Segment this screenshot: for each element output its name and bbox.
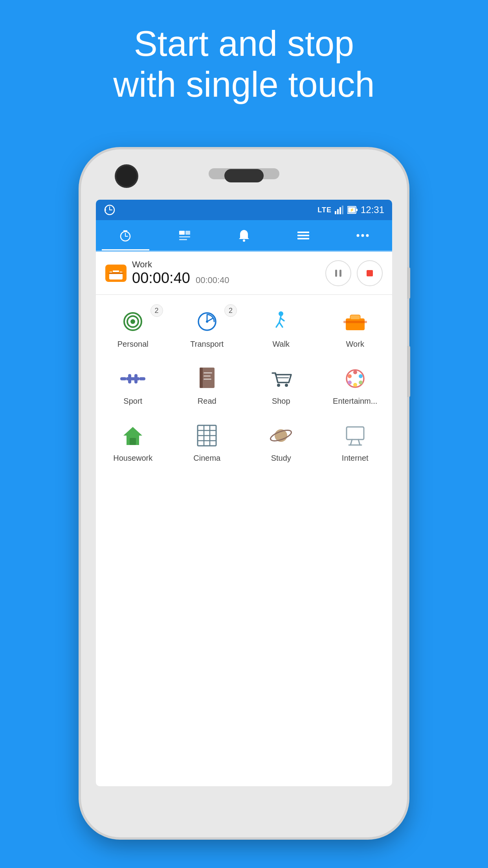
phone-volume-button [407,346,410,397]
timer-secondary-time: 00:00:40 [196,275,229,285]
sport-label: Sport [123,397,142,406]
svg-rect-5 [339,207,341,214]
cinema-icon [193,421,221,450]
transport-icon [193,307,221,336]
svg-point-20 [243,239,245,242]
activity-walk[interactable]: Walk [244,299,318,356]
svg-rect-49 [120,377,127,380]
activity-shop[interactable]: Shop [244,356,318,413]
svg-rect-52 [128,374,131,383]
signal-icon [335,206,344,214]
svg-point-24 [356,234,359,237]
study-label: Study [271,454,291,463]
walk-label: Walk [272,340,290,349]
svg-point-63 [353,370,357,374]
activity-study[interactable]: Study [244,413,318,470]
timer-label: Work [132,259,229,270]
timer-info: Work 00:00:40 00:00:40 [132,259,229,287]
svg-rect-47 [350,315,360,319]
personal-label: Personal [117,340,149,349]
transport-label: Transport [190,340,224,349]
svg-rect-8 [356,209,358,211]
svg-point-65 [359,381,363,384]
svg-point-68 [348,374,352,378]
nav-bar [96,220,392,252]
svg-text:⚡: ⚡ [349,208,354,212]
read-icon [193,364,221,393]
nav-tab-more[interactable] [333,220,392,250]
activity-housework[interactable]: Housework [96,413,170,470]
svg-point-66 [353,383,357,387]
activity-entertainment[interactable]: Entertainm... [318,356,393,413]
svg-point-39 [206,320,208,323]
status-right: LTE ⚡ 12:31 [317,204,384,215]
svg-rect-23 [297,238,309,239]
header-text: Start and stop with single touch [0,24,488,105]
svg-line-41 [279,316,281,322]
shop-icon [267,364,295,393]
phone-power-button [407,267,410,299]
activity-transport[interactable]: 2 Transport [170,299,244,356]
nav-tab-reports[interactable] [273,220,333,250]
phone-camera [116,166,137,186]
activity-read[interactable]: Read [170,356,244,413]
svg-point-60 [285,384,288,387]
stop-button[interactable] [357,260,383,286]
housework-label: Housework [113,454,152,463]
svg-rect-3 [335,211,336,214]
activity-cinema[interactable]: Cinema [170,413,244,470]
svg-rect-31 [339,270,341,277]
sport-icon [119,364,147,393]
svg-rect-16 [179,231,185,235]
svg-line-81 [358,440,360,445]
nav-tab-log[interactable] [155,220,215,250]
activity-internet[interactable]: Internet [318,413,393,470]
svg-line-44 [281,318,284,321]
svg-rect-30 [335,270,337,277]
personal-badge: 2 [150,304,163,317]
svg-rect-28 [112,270,119,272]
phone-screen: LTE ⚡ 12:31 [96,200,392,786]
status-time: 12:31 [361,204,384,215]
nav-tab-reminders[interactable] [215,220,274,250]
svg-point-40 [279,311,283,316]
briefcase-icon [108,267,123,280]
stop-icon [364,268,375,279]
svg-rect-51 [139,377,145,380]
svg-rect-53 [134,374,138,383]
svg-rect-21 [297,232,309,233]
cinema-label: Cinema [193,454,220,463]
timer-main-time: 00:00:40 [132,270,190,287]
personal-icon [119,307,147,336]
svg-point-64 [359,374,363,378]
svg-rect-70 [130,438,136,445]
internet-icon [341,421,369,450]
work-timer-icon [105,265,127,282]
svg-point-25 [361,234,364,237]
nav-tab-timer[interactable] [96,220,155,250]
activity-personal[interactable]: 2 Personal [96,299,170,356]
activity-sport[interactable]: Sport [96,356,170,413]
svg-point-59 [277,384,280,387]
svg-line-80 [350,440,352,445]
svg-rect-22 [297,235,309,236]
svg-rect-79 [347,427,364,440]
pause-button[interactable] [325,260,351,286]
svg-rect-19 [185,231,190,235]
svg-line-42 [276,322,279,327]
pause-icon [333,268,344,279]
phone-home-button [224,169,264,182]
battery-icon: ⚡ [347,206,358,214]
svg-rect-32 [367,270,373,276]
work-icon [341,307,369,336]
status-left [104,204,116,216]
activity-grid: 2 Personal 2 [96,295,392,474]
active-timer-row: Work 00:00:40 00:00:40 [96,252,392,295]
svg-rect-4 [337,209,339,214]
svg-rect-48 [343,321,367,323]
activity-work[interactable]: Work [318,299,393,356]
work-label: Work [346,340,364,349]
housework-icon [119,421,147,450]
svg-point-35 [130,319,135,324]
svg-rect-18 [179,239,187,240]
